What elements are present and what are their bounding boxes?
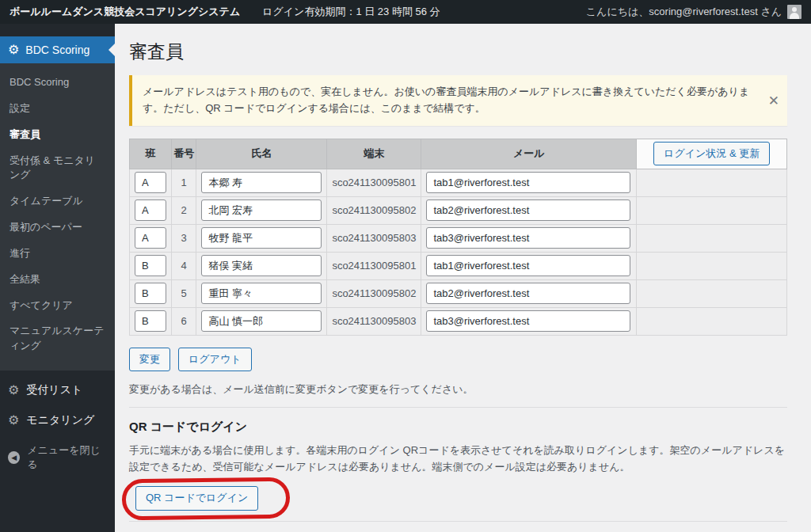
qr-section-description: 手元に端末がある場合に使用します。各端末用のログイン QRコードを表示させてそれ… bbox=[129, 443, 787, 476]
group-input[interactable] bbox=[135, 227, 166, 249]
device-id: sco241130095802 bbox=[327, 196, 421, 224]
collapse-menu-label: メニューを閉じる bbox=[27, 443, 107, 472]
login-status-cell bbox=[637, 252, 787, 279]
sidebar-item-bdc-scoring-sub[interactable]: BDC Scoring bbox=[0, 70, 115, 96]
bdc-scoring-submenu: BDC Scoring 設定 審査員 受付係 & モニタリング タイムテーブル … bbox=[0, 63, 115, 370]
site-title[interactable]: ボールルームダンス競技会スコアリングシステム bbox=[10, 5, 240, 19]
row-number: 6 bbox=[172, 307, 196, 335]
col-header-name: 氏名 bbox=[196, 139, 327, 169]
col-header-group: 班 bbox=[130, 139, 172, 169]
group-input[interactable] bbox=[135, 283, 166, 304]
device-id: sco241130095803 bbox=[327, 307, 421, 335]
sidebar-item-timetable[interactable]: タイムテーブル bbox=[0, 188, 115, 215]
sidebar-item-manual-skating[interactable]: マニュアルスケーティング bbox=[0, 318, 115, 359]
table-row: 3 sco241130095803 bbox=[130, 224, 787, 252]
login-status-cell bbox=[637, 307, 787, 335]
email-input[interactable] bbox=[426, 310, 630, 332]
page-title: 審査員 bbox=[129, 35, 787, 67]
sidebar-item-settings[interactable]: 設定 bbox=[0, 96, 115, 122]
warning-notice: メールアドレスはテスト用のもので、実在しません。お使いの審査員端末用のメールアド… bbox=[129, 75, 787, 126]
row-number: 1 bbox=[172, 169, 196, 196]
device-id: sco241130095801 bbox=[327, 169, 421, 196]
table-row: 6 sco241130095803 bbox=[130, 307, 787, 335]
sidebar-item-first-paper[interactable]: 最初のペーパー bbox=[0, 215, 115, 241]
sidebar-item-reception-monitoring[interactable]: 受付係 & モニタリング bbox=[0, 148, 115, 189]
sidebar-item-label: モニタリング bbox=[26, 413, 94, 428]
table-row: 5 sco241130095802 bbox=[130, 279, 787, 307]
email-input[interactable] bbox=[426, 200, 630, 221]
sidebar-item-reception-list[interactable]: ⚙ 受付リスト bbox=[0, 375, 115, 405]
table-row: 1 sco241130095801 bbox=[130, 169, 787, 196]
sidebar-item-label: 受付リスト bbox=[26, 383, 82, 397]
change-hint-text: 変更がある場合は、メール送信前に変更ボタンで変更を行ってください。 bbox=[129, 382, 787, 397]
col-header-email: メール bbox=[421, 139, 637, 169]
col-header-number: 番号 bbox=[172, 139, 196, 169]
qr-login-button[interactable]: QR コードでログイン bbox=[135, 486, 258, 510]
notice-text: メールアドレスはテスト用のもので、実在しません。お使いの審査員端末用のメールアド… bbox=[143, 86, 749, 114]
name-input[interactable] bbox=[201, 172, 322, 193]
name-input[interactable] bbox=[201, 310, 322, 332]
user-greeting[interactable]: こんにちは、scoring@riverforest.test さん bbox=[586, 5, 782, 19]
admin-sidebar: ⚙ BDC Scoring BDC Scoring 設定 審査員 受付係 & モ… bbox=[0, 24, 115, 532]
name-input[interactable] bbox=[201, 283, 322, 304]
group-input[interactable] bbox=[135, 310, 166, 332]
name-input[interactable] bbox=[201, 255, 322, 276]
device-id: sco241130095803 bbox=[327, 224, 421, 252]
login-status-cell bbox=[637, 224, 787, 252]
judges-table: 班 番号 氏名 端末 メール ログイン状況 & 更新 1 sco24113009… bbox=[129, 139, 787, 336]
email-input[interactable] bbox=[426, 227, 630, 249]
device-id: sco241130095802 bbox=[327, 279, 421, 307]
name-input[interactable] bbox=[201, 200, 322, 221]
sidebar-item-monitoring[interactable]: ⚙ モニタリング bbox=[0, 405, 115, 435]
table-row: 4 sco241130095801 bbox=[130, 252, 787, 279]
sidebar-item-progress[interactable]: 進行 bbox=[0, 241, 115, 267]
collapse-menu-button[interactable]: ◀ メニューを閉じる bbox=[0, 435, 115, 480]
sidebar-item-label: BDC Scoring bbox=[25, 44, 89, 56]
session-countdown: ログイン有効期間：1 日 23 時間 56 分 bbox=[262, 5, 440, 19]
section-divider bbox=[129, 521, 787, 522]
row-number: 2 bbox=[172, 196, 196, 224]
table-row: 2 sco241130095802 bbox=[130, 196, 787, 224]
gear-icon: ⚙ bbox=[8, 414, 19, 427]
main-content: 審査員 メールアドレスはテスト用のもので、実在しません。お使いの審査員端末用のメ… bbox=[115, 24, 811, 532]
login-status-cell bbox=[637, 196, 787, 224]
collapse-arrow-icon: ◀ bbox=[8, 451, 20, 464]
email-input[interactable] bbox=[426, 283, 630, 304]
col-header-status: ログイン状況 & 更新 bbox=[637, 139, 787, 169]
group-input[interactable] bbox=[135, 200, 166, 221]
logout-button[interactable]: ログアウト bbox=[178, 348, 252, 371]
avatar[interactable] bbox=[787, 5, 801, 19]
sidebar-item-bdc-scoring[interactable]: ⚙ BDC Scoring bbox=[0, 36, 115, 63]
admin-bar: ボールルームダンス競技会スコアリングシステム ログイン有効期間：1 日 23 時… bbox=[0, 0, 811, 24]
sidebar-item-all-results[interactable]: 全結果 bbox=[0, 267, 115, 293]
row-number: 4 bbox=[172, 252, 196, 279]
device-id: sco241130095801 bbox=[327, 252, 421, 279]
group-input[interactable] bbox=[135, 255, 166, 276]
group-input[interactable] bbox=[135, 172, 166, 193]
qr-section-heading: QR コードでログイン bbox=[129, 420, 787, 435]
login-status-cell bbox=[637, 169, 787, 196]
gear-icon: ⚙ bbox=[8, 384, 19, 397]
name-input[interactable] bbox=[201, 227, 322, 249]
email-input[interactable] bbox=[426, 172, 630, 193]
login-status-cell bbox=[637, 279, 787, 307]
sidebar-item-clear-all[interactable]: すべてクリア bbox=[0, 293, 115, 319]
email-input[interactable] bbox=[426, 255, 630, 276]
section-divider bbox=[129, 407, 787, 408]
login-status-refresh-button[interactable]: ログイン状況 & 更新 bbox=[653, 142, 770, 165]
row-number: 3 bbox=[172, 224, 196, 252]
sidebar-item-judges[interactable]: 審査員 bbox=[0, 122, 115, 148]
close-icon[interactable]: ✕ bbox=[768, 93, 779, 107]
table-header-row: 班 番号 氏名 端末 メール ログイン状況 & 更新 bbox=[130, 139, 787, 169]
change-button[interactable]: 変更 bbox=[129, 348, 170, 371]
row-number: 5 bbox=[172, 279, 196, 307]
gear-icon: ⚙ bbox=[8, 44, 19, 56]
col-header-device: 端末 bbox=[327, 139, 421, 169]
